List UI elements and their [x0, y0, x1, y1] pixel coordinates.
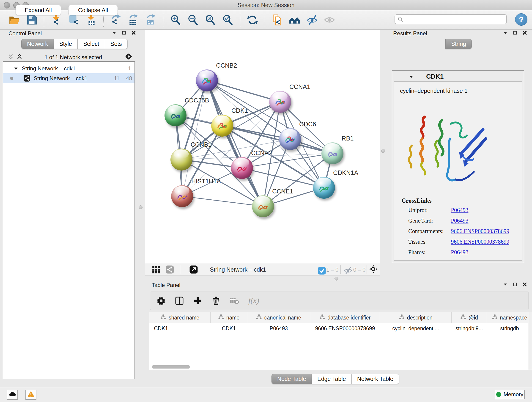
float-panel-icon[interactable] — [513, 282, 518, 288]
hidden-eye-slash-icon[interactable] — [344, 266, 352, 276]
column-header-namespace[interactable]: namespace — [487, 313, 532, 323]
zoom-fit-content-icon[interactable] — [203, 13, 217, 27]
collapse-panel-icon[interactable] — [112, 30, 117, 36]
memory-button[interactable]: Memory — [495, 390, 525, 399]
function-builder-icon[interactable]: f(x) — [248, 296, 265, 306]
network-options-gear-icon[interactable] — [125, 53, 132, 61]
export-image-icon[interactable] — [144, 13, 158, 27]
zoom-out-icon[interactable] — [186, 13, 200, 27]
control-tab-select[interactable]: Select — [78, 39, 105, 49]
hide-selected-icon[interactable] — [305, 13, 319, 27]
table-cell[interactable]: 9606.ENSP00000378699 — [310, 323, 380, 333]
expand-all-button[interactable]: Expand All — [16, 5, 61, 15]
table-options-gear-icon[interactable] — [156, 296, 166, 306]
table-cell[interactable]: CDK1 — [210, 323, 247, 333]
collapse-all-tree-icon[interactable] — [8, 53, 14, 61]
network-node-CCNA2[interactable] — [231, 157, 253, 179]
table-cell[interactable]: CDK1 — [149, 323, 210, 333]
table-tab-edge-table[interactable]: Edge Table — [312, 374, 352, 384]
grid-view-icon[interactable] — [152, 265, 160, 275]
collapse-panel-icon[interactable] — [503, 282, 508, 288]
network-node-CDK1[interactable] — [211, 115, 233, 137]
node-gloss — [325, 143, 340, 153]
network-collection-row[interactable]: String Network – cdk1 1 — [3, 64, 134, 73]
network-row[interactable]: String Network – cdk1 11 48 — [3, 73, 134, 83]
network-node-CCNE1[interactable] — [252, 195, 274, 217]
network-node-CDC6[interactable] — [279, 128, 301, 150]
expand-all-tree-icon[interactable] — [17, 53, 22, 61]
network-node-RB1[interactable] — [322, 142, 343, 164]
network-node-CCNB1[interactable] — [171, 148, 192, 171]
show-column-panel-icon[interactable] — [175, 296, 184, 306]
network-node-CDKN1A[interactable] — [313, 177, 335, 199]
cloud-button[interactable] — [7, 390, 18, 400]
delete-column-icon[interactable] — [211, 296, 221, 306]
node-label-CDK1: CDK1 — [231, 107, 248, 114]
column-header-shared-name[interactable]: shared name — [149, 313, 210, 323]
close-panel-icon[interactable] — [522, 30, 527, 36]
help-button[interactable]: ? — [515, 13, 527, 26]
table-tab-network-table[interactable]: Network Table — [352, 374, 399, 384]
toolbar-separator — [163, 13, 163, 27]
zoom-selected-region-icon[interactable] — [221, 13, 235, 27]
right-splitter-handle[interactable] — [381, 149, 385, 153]
network-node-CCNB2[interactable] — [196, 70, 218, 91]
refresh-view-icon[interactable] — [245, 13, 260, 27]
table-row[interactable]: CDK1CDK1P064939606.ENSP00000378699cyclin… — [149, 323, 528, 333]
bottom-splitter-handle[interactable] — [335, 277, 338, 281]
float-panel-icon[interactable] — [513, 30, 518, 36]
column-header-canonical-name[interactable]: canonical name — [247, 313, 310, 323]
close-panel-icon[interactable] — [131, 30, 136, 36]
network-node-CDC25B[interactable] — [165, 104, 186, 126]
column-header-database-identifier[interactable]: database identifier — [310, 313, 380, 323]
crosslink-link[interactable]: 9606.ENSP00000378699 — [451, 228, 509, 235]
table-cell[interactable]: stringdb — [487, 323, 532, 333]
string-network-icon — [23, 75, 31, 82]
column-header-@id[interactable]: @id — [452, 313, 487, 323]
network-node-HIST1H1A[interactable] — [171, 185, 193, 207]
first-neighbors-icon[interactable] — [288, 13, 302, 27]
search-input[interactable] — [405, 16, 504, 23]
table-horizontal-scrollbar-thumb[interactable] — [152, 365, 190, 369]
crosslink-link[interactable]: P06493 — [451, 207, 468, 213]
crosslink-link[interactable]: P06493 — [451, 249, 468, 255]
create-column-icon[interactable] — [193, 296, 203, 306]
crosslink-link[interactable]: P06493 — [451, 217, 468, 224]
warning-icon — [27, 390, 35, 399]
control-tab-style[interactable]: Style — [54, 39, 78, 49]
float-panel-icon[interactable] — [121, 30, 127, 36]
column-header-name[interactable]: name — [210, 313, 247, 323]
collapse-entry-icon[interactable] — [409, 75, 414, 80]
export-table-icon[interactable] — [126, 13, 140, 27]
column-header-description[interactable]: description — [380, 313, 452, 323]
results-panel-tab-string[interactable]: String — [445, 39, 472, 49]
results-panel-title: Results Panel — [393, 30, 427, 37]
selected-checkbox-icon[interactable] — [317, 266, 326, 276]
control-tab-network[interactable]: Network — [21, 39, 54, 49]
left-splitter-handle[interactable] — [139, 205, 143, 209]
control-tab-sets[interactable]: Sets — [105, 39, 128, 49]
toolbar-separator — [265, 13, 265, 27]
close-panel-icon[interactable] — [522, 282, 527, 288]
collapse-all-button[interactable]: Collapse All — [68, 5, 118, 15]
crosshair-navigate-icon[interactable] — [369, 265, 378, 274]
new-network-from-selection-icon[interactable] — [270, 13, 284, 27]
network-status-dot-icon — [10, 77, 13, 80]
show-all-icon[interactable] — [322, 13, 336, 27]
table-cell[interactable]: cyclin–dependent ... — [380, 323, 452, 333]
table-vertical-scrollbar[interactable] — [528, 312, 532, 370]
birdseye-arrow-icon[interactable] — [189, 265, 198, 275]
zoom-in-icon[interactable] — [168, 13, 183, 27]
table-tab-node-table[interactable]: Node Table — [272, 374, 312, 384]
table-cell[interactable]: P06493 — [247, 323, 310, 333]
collapse-panel-icon[interactable] — [503, 30, 508, 36]
tree-expand-icon[interactable] — [13, 66, 18, 71]
table-cell[interactable]: stringdb:9... — [452, 323, 487, 333]
warnings-button[interactable] — [25, 390, 36, 400]
crosslink-link[interactable]: 9606.ENSP00000378699 — [451, 239, 509, 245]
network-canvas[interactable]: CCNB2CCNA1CDC25BCDK1CDC6RB1CCNB1CCNA2CDK… — [145, 30, 380, 263]
delete-table-icon[interactable] — [230, 296, 239, 306]
search-box[interactable] — [394, 14, 507, 24]
share-view-icon[interactable] — [165, 265, 174, 275]
network-node-CCNA1[interactable] — [269, 91, 291, 113]
